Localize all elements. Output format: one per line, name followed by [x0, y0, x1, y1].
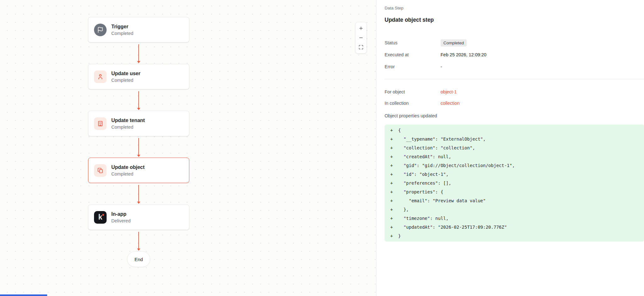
workflow-node[interactable]: Update object Completed — [88, 158, 189, 183]
diff-added-line: + }, — [390, 205, 644, 214]
flow-connector-arrow — [137, 42, 140, 64]
diff-added-line: + "properties": { — [390, 187, 644, 196]
diff-added-line: + "collection": "collection", — [390, 143, 644, 152]
node-title: Trigger — [111, 24, 133, 30]
node-status: Completed — [111, 171, 145, 176]
building-icon — [94, 117, 107, 130]
knock-icon: k — [94, 211, 107, 224]
end-node-label: End — [135, 257, 143, 262]
detail-link-row: In collection collection — [385, 98, 644, 109]
arrowhead-icon — [137, 202, 140, 204]
diff-added-line: + "createdAt": null, — [390, 152, 644, 161]
diff-added-line: + "updatedAt": "2026-02-25T17:09:20.776Z… — [390, 223, 644, 232]
flow-connector-arrow — [137, 89, 140, 111]
node-status: Completed — [111, 125, 145, 130]
field-label: For object — [385, 89, 441, 94]
section-divider — [385, 79, 644, 79]
diff-added-line: + "timezone": null, — [390, 214, 644, 223]
node-status: Completed — [111, 31, 133, 36]
user-icon — [94, 70, 107, 83]
minus-icon — [358, 35, 364, 40]
detail-field-row: Executed at Feb 25 2026, 12:09:20 — [385, 49, 644, 61]
node-title: Update object — [111, 165, 145, 170]
copy-icon — [94, 164, 107, 177]
plus-icon — [358, 26, 364, 31]
page-title: Update object step — [385, 16, 644, 24]
diff-added-line: + "email": "Preview data value" — [390, 196, 644, 205]
end-node[interactable]: End — [127, 251, 150, 267]
field-label: Status — [385, 40, 441, 45]
detail-field-row: Error - — [385, 61, 644, 73]
detail-link-row: For object object-1 — [385, 86, 644, 98]
diff-added-line: + "preferences": [], — [390, 179, 644, 187]
field-label: In collection — [385, 101, 441, 106]
field-link-value[interactable]: object-1 — [441, 89, 457, 94]
detail-field-row: Status Completed — [385, 37, 644, 49]
status-badge: Completed — [441, 39, 467, 47]
arrowhead-icon — [137, 108, 140, 110]
diff-added-line: + "__typename": "ExternalObject", — [390, 135, 644, 143]
object-properties-diff[interactable]: + {+ "__typename": "ExternalObject",+ "c… — [385, 125, 644, 242]
zoom-controls — [355, 22, 367, 53]
field-label: Executed at — [385, 52, 441, 57]
diff-added-line: + { — [390, 126, 644, 135]
zoom-out-button[interactable] — [355, 33, 367, 42]
object-reference-fields: For object object-1 In collection collec… — [385, 86, 644, 109]
diff-added-line: + "gid": "gid://Object/collection/object… — [390, 161, 644, 170]
node-status: Completed — [111, 78, 140, 83]
workflow-node[interactable]: Update tenant Completed — [88, 111, 189, 136]
node-status: Delivered — [111, 218, 130, 223]
arrowhead-icon — [137, 61, 140, 63]
workflow-node[interactable]: Update user Completed — [88, 64, 189, 89]
progress-bar — [0, 294, 47, 296]
field-value: - — [441, 64, 442, 69]
node-title: In-app — [111, 211, 130, 217]
diff-added-line: + } — [390, 232, 644, 240]
node-title: Update user — [111, 71, 140, 76]
fit-view-button[interactable] — [355, 42, 367, 52]
flow-connector-arrow — [137, 230, 140, 251]
flag-icon — [94, 24, 107, 36]
status-fields: Status Completed Executed at Feb 25 2026… — [385, 37, 644, 73]
diff-added-line: + "id": "object-1", — [390, 170, 644, 179]
flow-connector-arrow — [137, 136, 140, 158]
arrowhead-icon — [137, 155, 140, 157]
step-detail-panel: Data Step Update object step Status Comp… — [376, 0, 644, 296]
node-title: Update tenant — [111, 118, 145, 123]
workflow-node[interactable]: k In-app Delivered — [88, 204, 189, 230]
workflow-node[interactable]: Trigger Completed — [88, 17, 189, 42]
fit-view-icon — [358, 45, 364, 50]
field-link-value[interactable]: collection — [441, 101, 459, 106]
arrowhead-icon — [137, 249, 140, 251]
zoom-in-button[interactable] — [355, 24, 367, 33]
field-label: Error — [385, 64, 441, 69]
workflow-run-view: Trigger Completed Update user Completed — [0, 0, 644, 296]
workflow-canvas[interactable]: Trigger Completed Update user Completed — [0, 0, 376, 296]
field-value: Feb 25 2026, 12:09:20 — [441, 52, 486, 57]
step-type-label: Data Step — [385, 5, 644, 11]
workflow-flow: Trigger Completed Update user Completed — [88, 17, 189, 267]
flow-connector-arrow — [137, 183, 140, 204]
diff-section-label: Object properties updated — [385, 113, 644, 119]
